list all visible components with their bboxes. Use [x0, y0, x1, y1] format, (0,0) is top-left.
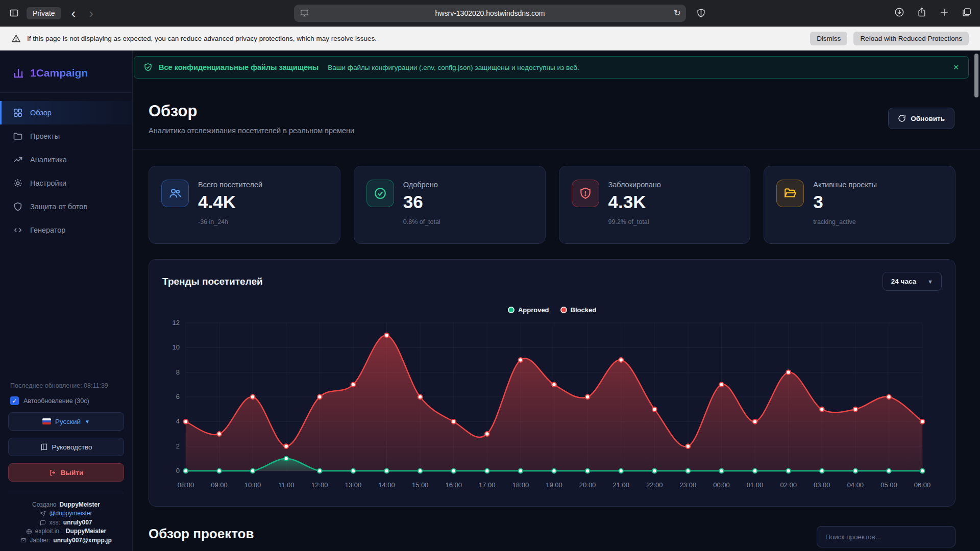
- svg-text:16:00: 16:00: [445, 481, 461, 489]
- chart-title: Тренды посетителей: [162, 276, 263, 287]
- security-banner: Все конфиденциальные файлы защищены Ваши…: [134, 56, 969, 79]
- credits-exploit: exploit.in : DuppyMeister: [10, 527, 122, 536]
- svg-text:13:00: 13:00: [345, 481, 361, 489]
- sidebar: 1Campaign Обзор Проекты: [0, 51, 133, 551]
- svg-text:06:00: 06:00: [914, 481, 930, 489]
- forward-button[interactable]: ›: [86, 7, 96, 20]
- tabs-overview-icon[interactable]: [962, 7, 972, 19]
- shield-icon: [13, 202, 23, 212]
- sidebar-item-projects[interactable]: Проекты: [0, 124, 132, 148]
- svg-text:12: 12: [173, 319, 180, 327]
- sidebar-item-bot-protection[interactable]: Защита от ботов: [0, 195, 132, 218]
- page-subtitle: Аналитика отслеживания посетителей в реа…: [149, 127, 354, 135]
- sidebar-item-label: Настройки: [30, 179, 66, 187]
- send-icon: [40, 511, 46, 517]
- stat-label: Всего посетителей: [198, 181, 262, 189]
- chevron-down-icon: ▼: [927, 279, 933, 285]
- autorefresh-label: Автообновление (30с): [23, 397, 89, 405]
- autorefresh-checkbox[interactable]: ✓: [10, 396, 19, 405]
- credits-telegram[interactable]: @duppymeister: [10, 509, 122, 518]
- visitor-trends-chart: 02468101208:0009:0010:0011:0012:0013:001…: [162, 317, 942, 493]
- stats-grid: Всего посетителей 4.4K -36 in_24h Одобре…: [149, 166, 955, 244]
- svg-text:02:00: 02:00: [780, 481, 796, 489]
- sidebar-item-label: Генератор: [30, 226, 65, 234]
- downloads-icon[interactable]: [894, 7, 904, 19]
- dismiss-button[interactable]: Dismiss: [810, 32, 847, 45]
- logout-button[interactable]: Выйти: [8, 463, 124, 482]
- folder-open-icon: [776, 180, 804, 207]
- stat-caption: tracking_active: [813, 218, 877, 226]
- share-icon[interactable]: [917, 7, 927, 19]
- sidebar-item-settings[interactable]: Настройки: [0, 171, 132, 195]
- svg-text:19:00: 19:00: [546, 481, 562, 489]
- refresh-icon: [898, 114, 906, 122]
- sidebar-footer: Последнее обновление: 08:11:39 ✓ Автообн…: [0, 382, 132, 551]
- svg-text:09:00: 09:00: [211, 481, 227, 489]
- svg-text:15:00: 15:00: [412, 481, 428, 489]
- folder-icon: [13, 131, 23, 141]
- stat-card-active-projects: Активные проекты 3 tracking_active: [764, 166, 955, 244]
- security-banner-title: Все конфиденциальные файлы защищены: [159, 63, 318, 71]
- stat-card-approved: Одобрено 36 0.8% of_total: [354, 166, 546, 244]
- new-tab-icon[interactable]: [939, 7, 949, 19]
- logout-icon: [49, 469, 57, 477]
- chevron-down-icon: ▼: [85, 419, 90, 424]
- trend-icon: [13, 155, 23, 165]
- language-select[interactable]: Русский ▼: [8, 412, 124, 431]
- sidebar-item-overview[interactable]: Обзор: [0, 101, 132, 124]
- security-banner-message: Ваши файлы конфигурации (.env, config.js…: [328, 64, 579, 71]
- svg-text:14:00: 14:00: [378, 481, 395, 489]
- stat-label: Одобрено: [403, 181, 440, 189]
- stat-label: Заблокировано: [608, 181, 661, 189]
- reload-reduced-protections-button[interactable]: Reload with Reduced Protections: [853, 32, 969, 45]
- sidebar-item-label: Защита от ботов: [30, 203, 87, 211]
- stat-caption: 99.2% of_total: [608, 218, 661, 226]
- mail-icon: [20, 537, 27, 543]
- main-content: Все конфиденциальные файлы защищены Ваши…: [133, 51, 980, 551]
- reload-icon[interactable]: ↻: [674, 8, 681, 18]
- page-title: Обзор: [149, 102, 354, 120]
- legend-approved: Approved: [508, 306, 549, 314]
- time-range-select[interactable]: 24 часа ▼: [883, 272, 942, 291]
- browser-toolbar: Private ‹ › hwsrv-1302020.hostwindsdns.c…: [0, 0, 980, 27]
- sidebar-nav: Обзор Проекты Аналитика: [0, 101, 132, 242]
- autorefresh-toggle[interactable]: ✓ Автообновление (30с): [8, 396, 124, 405]
- dashboard-icon: [13, 108, 23, 118]
- stat-value: 4.3K: [608, 192, 661, 212]
- last-update-text: Последнее обновление: 08:11:39: [8, 382, 124, 389]
- stat-caption: 0.8% of_total: [403, 218, 440, 226]
- svg-text:10: 10: [173, 343, 180, 351]
- address-bar[interactable]: hwsrv-1302020.hostwindsdns.com ↻: [294, 5, 686, 22]
- sidebar-item-label: Обзор: [30, 109, 52, 117]
- credits-block: Создано DuppyMeister @duppymeister xss: …: [8, 493, 124, 551]
- svg-text:2: 2: [176, 442, 180, 450]
- visitor-trends-card: Тренды посетителей 24 часа ▼ Approved: [149, 259, 955, 507]
- page-header: Обзор Аналитика отслеживания посетителей…: [133, 79, 980, 135]
- dashboard-body: Всего посетителей 4.4K -36 in_24h Одобре…: [133, 149, 980, 551]
- svg-text:01:00: 01:00: [747, 481, 763, 489]
- svg-text:10:00: 10:00: [244, 481, 261, 489]
- page-scrollbar[interactable]: [974, 54, 978, 97]
- sidebar-item-analytics[interactable]: Аналитика: [0, 148, 132, 171]
- svg-text:00:00: 00:00: [713, 481, 729, 489]
- website-icon: [300, 9, 309, 17]
- credits-jabber: Jabber: unruly007@xmpp.jp: [10, 536, 122, 545]
- sidebar-item-generator[interactable]: Генератор: [0, 218, 132, 242]
- privacy-shield-icon[interactable]: [696, 8, 706, 18]
- privacy-notice-text: If this page is not displaying as expect…: [27, 35, 377, 42]
- project-search-input[interactable]: [817, 526, 955, 547]
- stat-value: 4.4K: [198, 192, 262, 212]
- close-icon[interactable]: ✕: [953, 63, 959, 71]
- bar-chart-logo-icon: [12, 67, 24, 79]
- sidebar-toggle-icon[interactable]: [8, 8, 19, 19]
- svg-text:0: 0: [176, 467, 180, 474]
- refresh-button[interactable]: Обновить: [888, 108, 954, 129]
- sidebar-item-label: Проекты: [30, 132, 60, 140]
- chart-legend: Approved Blocked: [162, 306, 942, 314]
- russia-flag-icon: [42, 418, 51, 424]
- credits-xss: xss: unruly007: [10, 518, 122, 527]
- projects-section: Обзор проектов: [149, 526, 955, 547]
- back-button[interactable]: ‹: [68, 7, 79, 20]
- guide-button[interactable]: Руководство: [8, 438, 124, 456]
- book-icon: [40, 443, 48, 451]
